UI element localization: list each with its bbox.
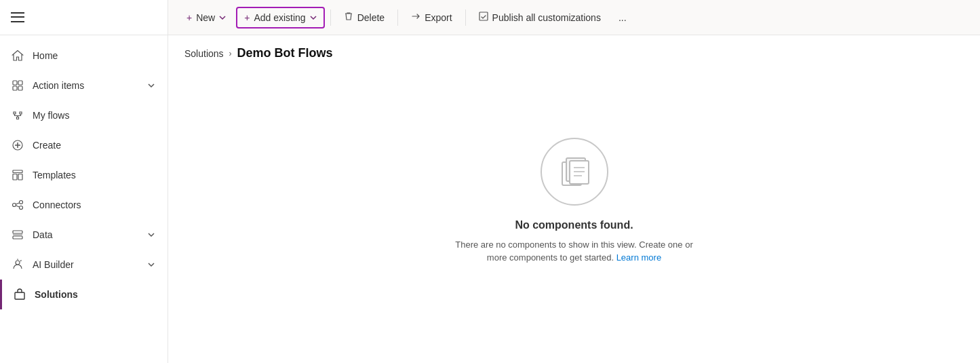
sidebar-item-home[interactable]: Home (0, 41, 168, 71)
add-existing-button[interactable]: + Add existing (236, 7, 324, 28)
svg-rect-16 (13, 231, 22, 233)
toolbar: + New + Add existing Delete (168, 0, 980, 35)
svg-line-15 (16, 206, 20, 207)
new-button-label: New (196, 12, 215, 23)
sidebar-item-action-items-label: Action items (33, 80, 146, 91)
home-icon (11, 49, 24, 62)
delete-button-label: Delete (357, 12, 385, 23)
sidebar-item-solutions-label: Solutions (35, 289, 157, 300)
sidebar-item-data-label: Data (33, 229, 146, 240)
sidebar-item-my-flows[interactable]: My flows (0, 100, 168, 130)
export-button[interactable]: Export (404, 7, 459, 28)
svg-rect-17 (13, 236, 22, 239)
sidebar-nav: Home Action items (0, 35, 168, 363)
add-existing-chevron-icon (310, 12, 317, 23)
svg-rect-3 (18, 86, 22, 90)
ai-builder-chevron-icon (146, 259, 157, 270)
delete-icon (344, 12, 353, 23)
data-icon (11, 228, 24, 242)
publish-button-label: Publish all customizations (492, 12, 601, 23)
breadcrumb-separator-icon: › (229, 49, 232, 58)
menu-toggle-icon[interactable] (11, 11, 24, 24)
new-chevron-icon (219, 12, 226, 23)
templates-icon (11, 168, 24, 182)
add-existing-button-label: Add existing (254, 12, 305, 23)
svg-point-12 (20, 201, 23, 204)
add-existing-plus-icon: + (244, 12, 250, 23)
svg-rect-22 (15, 292, 24, 299)
sidebar-item-create[interactable]: Create (0, 130, 168, 160)
sidebar-item-home-label: Home (33, 50, 157, 61)
svg-rect-10 (18, 174, 22, 180)
svg-line-21 (20, 261, 22, 262)
solutions-breadcrumb-link[interactable]: Solutions (184, 48, 224, 59)
more-icon: ... (619, 12, 627, 23)
sidebar-item-ai-builder-label: AI Builder (33, 259, 146, 270)
empty-state: No components found. There are no compon… (168, 66, 980, 363)
svg-point-19 (16, 261, 20, 265)
svg-rect-2 (13, 86, 17, 90)
sidebar-item-solutions[interactable]: Solutions (0, 280, 168, 309)
breadcrumb: Solutions › Demo Bot Flows (168, 35, 980, 66)
new-button[interactable]: + New (179, 7, 233, 28)
toolbar-divider-1 (330, 9, 331, 26)
empty-state-title: No components found. (515, 219, 633, 231)
svg-rect-9 (13, 174, 17, 180)
export-button-label: Export (425, 12, 452, 23)
more-button[interactable]: ... (611, 7, 634, 28)
sidebar-header (0, 0, 168, 35)
sidebar-item-data[interactable]: Data (0, 220, 168, 250)
main-content: + New + Add existing Delete (168, 0, 980, 363)
export-icon (411, 12, 420, 23)
toolbar-divider-2 (397, 9, 398, 26)
svg-rect-0 (13, 81, 17, 85)
delete-button[interactable]: Delete (336, 7, 392, 28)
sidebar-item-action-items[interactable]: Action items (0, 71, 168, 100)
breadcrumb-current-label: Demo Bot Flows (237, 46, 333, 60)
connectors-icon (11, 198, 24, 212)
svg-point-13 (20, 206, 23, 210)
sidebar-item-connectors[interactable]: Connectors (0, 190, 168, 220)
create-icon (11, 138, 24, 152)
my-flows-icon (11, 109, 24, 122)
svg-rect-1 (18, 81, 22, 85)
sidebar-item-connectors-label: Connectors (33, 199, 157, 210)
action-items-chevron-icon (146, 80, 157, 91)
sidebar: Home Action items (0, 0, 168, 363)
sidebar-item-templates[interactable]: Templates (0, 160, 168, 190)
sidebar-item-templates-label: Templates (33, 170, 157, 180)
empty-state-icon-circle (541, 138, 608, 206)
toolbar-divider-3 (465, 9, 466, 26)
empty-state-description: There are no components to show in this … (446, 238, 703, 265)
sidebar-item-my-flows-label: My flows (33, 110, 157, 121)
new-plus-icon: + (187, 12, 192, 23)
publish-icon (479, 12, 488, 23)
svg-rect-23 (479, 12, 488, 20)
svg-point-11 (13, 204, 16, 207)
svg-rect-26 (570, 161, 589, 184)
learn-more-link[interactable]: Learn more (616, 252, 661, 263)
svg-line-14 (16, 203, 20, 204)
no-components-icon (557, 154, 592, 189)
publish-button[interactable]: Publish all customizations (471, 7, 608, 28)
sidebar-item-ai-builder[interactable]: AI Builder (0, 250, 168, 280)
sidebar-item-create-label: Create (33, 140, 157, 151)
solutions-icon (13, 288, 26, 301)
data-chevron-icon (146, 229, 157, 240)
ai-builder-icon (11, 258, 24, 271)
action-items-icon (11, 79, 24, 92)
svg-rect-8 (13, 170, 22, 173)
